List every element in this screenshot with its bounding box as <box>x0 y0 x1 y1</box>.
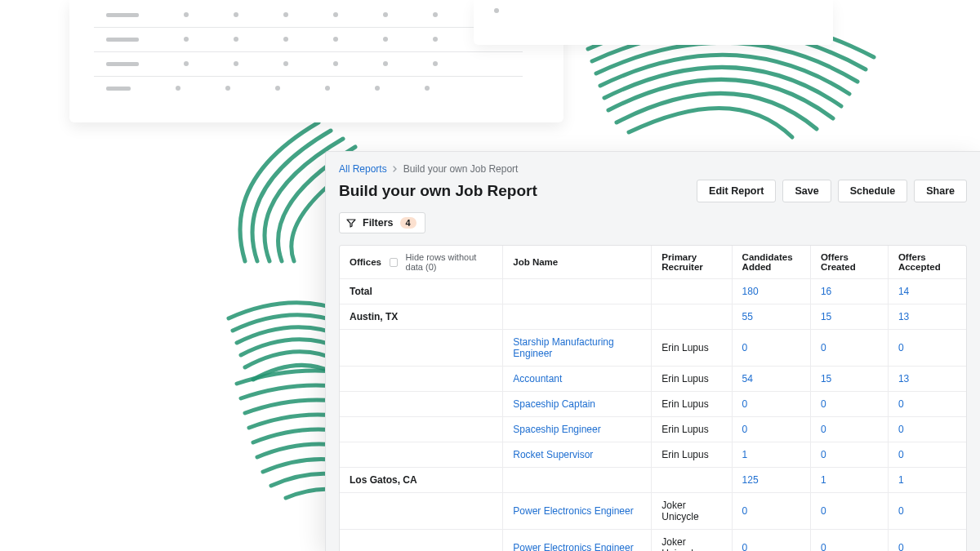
cell-office <box>340 367 503 392</box>
cell-primary-recruiter: Joker Unicycle <box>652 530 732 552</box>
cell-primary-recruiter <box>652 279 732 304</box>
cell-offers-accepted[interactable]: 13 <box>888 367 966 392</box>
cell-candidates-added[interactable]: 0 <box>732 417 810 442</box>
cell-candidates-added[interactable]: 0 <box>732 493 810 530</box>
cell-job-name[interactable]: Power Electronics Engineer <box>503 493 652 530</box>
cell-offers-created[interactable]: 1 <box>810 468 888 493</box>
table-row: Starship Manufacturing EngineerErin Lupu… <box>340 330 966 367</box>
breadcrumb: All Reports Build your own Job Report <box>326 152 980 175</box>
cell-offers-created[interactable]: 15 <box>810 304 888 330</box>
cell-primary-recruiter: Erin Lupus <box>652 330 732 367</box>
cell-offers-accepted[interactable]: 0 <box>888 330 966 367</box>
breadcrumb-current: Build your own Job Report <box>403 163 519 175</box>
cell-primary-recruiter <box>652 468 732 493</box>
action-buttons: Edit Report Save Schedule Share <box>697 180 967 202</box>
cell-offers-created[interactable]: 0 <box>810 330 888 367</box>
column-header-job-name[interactable]: Job Name <box>503 246 652 279</box>
breadcrumb-root-link[interactable]: All Reports <box>339 163 387 175</box>
hide-rows-checkbox[interactable] <box>390 258 398 267</box>
cell-primary-recruiter: Erin Lupus <box>652 442 732 468</box>
cell-offers-created[interactable]: 0 <box>810 442 888 468</box>
cell-candidates-added[interactable]: 180 <box>732 279 810 304</box>
cell-candidates-added[interactable]: 0 <box>732 530 810 552</box>
table-row: Power Electronics EngineerJoker Unicycle… <box>340 530 966 552</box>
cell-job-name[interactable]: Power Electronics Engineer <box>503 530 652 552</box>
hide-rows-label: Hide rows without data (0) <box>406 252 493 272</box>
cell-job-name <box>503 304 652 330</box>
cell-offers-created[interactable]: 0 <box>810 417 888 442</box>
cell-offers-accepted[interactable]: 0 <box>888 392 966 417</box>
cell-job-name[interactable]: Spaceship Captain <box>503 392 652 417</box>
table-row: Rocket SupervisorErin Lupus100 <box>340 442 966 468</box>
filter-icon <box>346 218 356 228</box>
cell-office <box>340 392 503 417</box>
cell-job-name <box>503 468 652 493</box>
cell-offers-accepted[interactable]: 1 <box>888 468 966 493</box>
cell-office: Los Gatos, CA <box>340 468 503 493</box>
cell-offers-created[interactable]: 0 <box>810 493 888 530</box>
filters-label: Filters <box>363 217 394 229</box>
background-card-small <box>474 0 833 45</box>
table-row: Total1801614 <box>340 279 966 304</box>
cell-job-name[interactable]: Accountant <box>503 367 652 392</box>
cell-candidates-added[interactable]: 55 <box>732 304 810 330</box>
save-button[interactable]: Save <box>782 180 831 202</box>
cell-office: Total <box>340 279 503 304</box>
cell-primary-recruiter: Erin Lupus <box>652 367 732 392</box>
cell-offers-accepted[interactable]: 0 <box>888 493 966 530</box>
cell-offers-accepted[interactable]: 0 <box>888 417 966 442</box>
cell-office <box>340 417 503 442</box>
table-row: Austin, TX551513 <box>340 304 966 330</box>
cell-primary-recruiter: Joker Unicycle <box>652 493 732 530</box>
cell-candidates-added[interactable]: 1 <box>732 442 810 468</box>
cell-primary-recruiter <box>652 304 732 330</box>
cell-job-name[interactable]: Starship Manufacturing Engineer <box>503 330 652 367</box>
cell-offers-accepted[interactable]: 0 <box>888 442 966 468</box>
cell-offers-created[interactable]: 0 <box>810 530 888 552</box>
table-row: Spaceship CaptainErin Lupus000 <box>340 392 966 417</box>
cell-job-name[interactable]: Rocket Supervisor <box>503 442 652 468</box>
cell-job-name <box>503 279 652 304</box>
column-header-offers-accepted[interactable]: Offers Accepted <box>888 246 966 279</box>
cell-offers-created[interactable]: 16 <box>810 279 888 304</box>
filters-button[interactable]: Filters 4 <box>339 212 425 233</box>
cell-office <box>340 530 503 552</box>
cell-primary-recruiter: Erin Lupus <box>652 392 732 417</box>
column-header-offers-created[interactable]: Offers Created <box>810 246 888 279</box>
cell-office <box>340 442 503 468</box>
report-panel: All Reports Build your own Job Report Bu… <box>325 151 980 551</box>
table-row: Los Gatos, CA12511 <box>340 468 966 493</box>
page-title: Build your own Job Report <box>339 182 537 200</box>
chevron-right-icon <box>393 165 398 174</box>
cell-candidates-added[interactable]: 125 <box>732 468 810 493</box>
cell-candidates-added[interactable]: 0 <box>732 392 810 417</box>
cell-office: Austin, TX <box>340 304 503 330</box>
cell-primary-recruiter: Erin Lupus <box>652 417 732 442</box>
report-table: Offices Hide rows without data (0) Job N… <box>339 245 967 551</box>
cell-offers-created[interactable]: 0 <box>810 392 888 417</box>
cell-candidates-added[interactable]: 0 <box>732 330 810 367</box>
cell-offers-created[interactable]: 15 <box>810 367 888 392</box>
filters-count-badge: 4 <box>400 217 416 229</box>
schedule-button[interactable]: Schedule <box>838 180 908 202</box>
table-row: Power Electronics EngineerJoker Unicycle… <box>340 493 966 530</box>
cell-candidates-added[interactable]: 54 <box>732 367 810 392</box>
share-button[interactable]: Share <box>914 180 967 202</box>
column-header-offices[interactable]: Offices <box>350 257 381 267</box>
cell-offers-accepted[interactable]: 14 <box>888 279 966 304</box>
cell-office <box>340 330 503 367</box>
cell-job-name[interactable]: Spaceship Engineer <box>503 417 652 442</box>
table-row: Spaceship EngineerErin Lupus000 <box>340 417 966 442</box>
table-row: AccountantErin Lupus541513 <box>340 367 966 392</box>
column-header-primary-recruiter[interactable]: Primary Recruiter <box>652 246 732 279</box>
cell-offers-accepted[interactable]: 0 <box>888 530 966 552</box>
cell-office <box>340 493 503 530</box>
cell-offers-accepted[interactable]: 13 <box>888 304 966 330</box>
column-header-candidates-added[interactable]: Candidates Added <box>732 246 810 279</box>
edit-report-button[interactable]: Edit Report <box>697 180 776 202</box>
